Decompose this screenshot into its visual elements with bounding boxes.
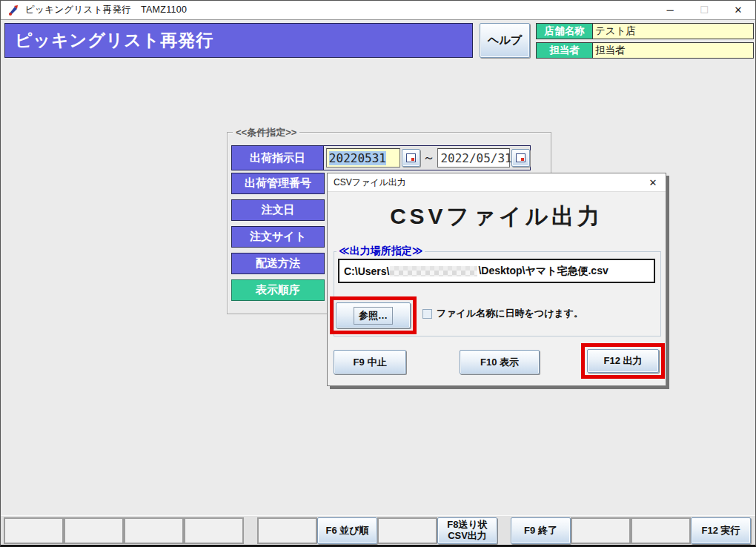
calendar-icon [516,153,525,162]
f12-execute-button[interactable]: F12 実行 [691,517,751,544]
fn-slot-f3 [124,517,184,544]
f8-invoice-csv-label-line1: F8送り状 [447,520,487,531]
f9-exit-label: F9 終了 [524,526,557,537]
fn-slot-f10 [571,517,631,544]
ship-date-to-value: 2022/05/31 [440,151,511,165]
output-location-label: ≪出力場所指定≫ [336,245,425,258]
timestamp-checkbox-row: ファイル名称に日時をつけます。 [422,307,583,320]
store-name-label: 店舗名称 [537,24,593,39]
f8-invoice-csv-button[interactable]: F8送り状 CSV出力 [437,517,497,544]
redacted-username [390,266,477,276]
ship-date-row: 出荷指示日 20220531 ～ 2022/05/31 [231,145,531,170]
browse-button-label: 参照… [354,307,393,325]
browse-button[interactable]: 参照… [336,302,411,328]
staff-row: 担当者 担当者 [536,42,754,59]
staff-label: 担当者 [537,43,593,58]
dialog-close-icon[interactable]: ✕ [640,173,666,191]
dialog-heading: CSVファイル出力 [328,202,666,232]
order-date-button[interactable]: 注文日 [231,199,325,221]
maximize-icon: ☐ [687,1,721,19]
shipping-control-number-button[interactable]: 出荷管理番号 [231,173,325,194]
app-icon [7,4,19,16]
os-titlebar: ピッキングリスト再発行 TAMZ1100 ─ ☐ ✕ [1,1,755,20]
output-path-suffix: \Desktop\ヤマト宅急便.csv [478,265,608,278]
fn-slot-f1 [4,517,64,544]
function-key-bar: F6 並び順 F8送り状 CSV出力 F9 終了 F12 実行 [1,515,755,546]
page-title: ピッキングリスト再発行 [4,23,473,58]
ship-date-button[interactable]: 出荷指示日 [232,146,324,170]
fn-slot-f7 [377,517,437,544]
output-location-groupbox: ≪出力場所指定≫ C:\Users\\Desktop\ヤマト宅急便.csv 参照… [334,251,661,337]
f6-sort-label: F6 並び順 [325,526,368,537]
f6-sort-button[interactable]: F6 並び順 [317,517,377,544]
store-name-row: 店舗名称 テスト店 [536,23,754,39]
f8-invoice-csv-label-line2: CSV出力 [448,531,487,542]
ship-date-from-input[interactable]: 20220531 [326,148,400,168]
staff-value: 担当者 [593,43,753,58]
order-site-button[interactable]: 注文サイト [231,226,325,248]
store-name-value: テスト店 [593,24,753,39]
f10-view-button[interactable]: F10 表示 [460,350,540,374]
close-icon[interactable]: ✕ [721,1,755,19]
output-path-field[interactable]: C:\Users\\Desktop\ヤマト宅急便.csv [338,259,655,283]
output-highlight-box: F12 出力 [581,343,665,379]
ship-date-to-input[interactable]: 2022/05/31 [437,148,510,168]
minimize-icon[interactable]: ─ [653,1,687,19]
fn-slot-f5 [257,517,317,544]
condition-group-label: <<条件指定>> [233,126,299,139]
fn-slot-f11 [631,517,691,544]
f12-execute-label: F12 実行 [701,526,740,537]
browse-highlight-box: 参照… [330,296,417,334]
display-order-button[interactable]: 表示順序 [231,279,325,301]
csv-output-dialog: CSVファイル出力 ✕ CSVファイル出力 ≪出力場所指定≫ C:\Users\… [327,173,666,386]
fn-slot-f4 [184,517,244,544]
f12-output-button[interactable]: F12 出力 [587,349,659,373]
calendar-picker-button-to[interactable] [511,149,530,167]
help-button[interactable]: ヘルプ [480,23,530,58]
timestamp-checkbox[interactable] [422,309,432,319]
dialog-title: CSVファイル出力 [328,176,406,189]
calendar-icon [406,153,416,162]
window-title: ピッキングリスト再発行 TAMZ1100 [25,4,187,16]
f9-cancel-button[interactable]: F9 中止 [334,350,406,374]
dialog-titlebar: CSVファイル出力 ✕ [328,173,666,192]
date-range-separator: ～ [420,150,438,166]
app-window: ピッキングリスト再発行 TAMZ1100 ─ ☐ ✕ ピッキングリスト再発行 ヘ… [0,0,756,547]
output-path-prefix: C:\Users\ [344,265,389,277]
fn-slot-f2 [64,517,124,544]
delivery-method-button[interactable]: 配送方法 [231,253,325,274]
timestamp-checkbox-label: ファイル名称に日時をつけます。 [437,307,583,320]
ship-date-from-value: 20220531 [329,151,386,165]
window-controls: ─ ☐ ✕ [653,1,755,19]
f9-exit-button[interactable]: F9 終了 [511,517,571,544]
calendar-picker-button-from[interactable] [402,149,420,167]
